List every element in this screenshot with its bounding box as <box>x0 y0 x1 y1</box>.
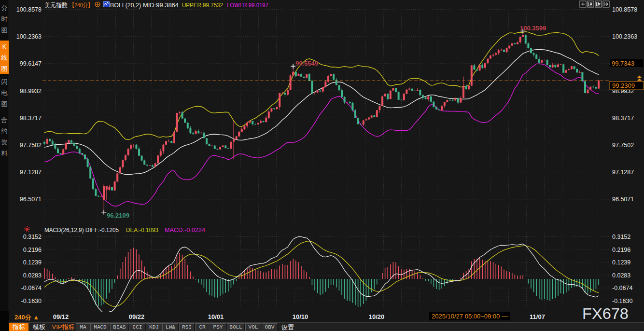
svg-text:98.3717: 98.3717 <box>20 115 42 122</box>
svg-text:-0.0674: -0.0674 <box>612 285 632 291</box>
svg-text:0.2196: 0.2196 <box>612 247 630 253</box>
svg-text:97.7502: 97.7502 <box>20 142 42 149</box>
svg-text:97.1287: 97.1287 <box>20 169 42 176</box>
svg-text:99.6147: 99.6147 <box>20 60 42 67</box>
svg-text:DEA:-0.1093: DEA:-0.1093 <box>126 227 158 234</box>
svg-text:0.1239: 0.1239 <box>23 259 42 266</box>
svg-text:99.2309: 99.2309 <box>612 82 635 89</box>
svg-text:MID:99.3864: MID:99.3864 <box>143 1 179 9</box>
svg-text:100.2363: 100.2363 <box>612 33 637 40</box>
svg-text:0.0283: 0.0283 <box>23 272 42 279</box>
svg-text:0.2196: 0.2196 <box>23 247 42 253</box>
svg-text:-0.1630: -0.1630 <box>612 298 632 304</box>
svg-text:0.3152: 0.3152 <box>23 234 42 240</box>
svg-text:0.3152: 0.3152 <box>612 234 630 240</box>
svg-text:97.1287: 97.1287 <box>612 169 634 176</box>
svg-text:96.5071: 96.5071 <box>20 196 42 203</box>
svg-text:97.7502: 97.7502 <box>612 142 634 149</box>
svg-text:98.3717: 98.3717 <box>612 115 634 122</box>
svg-text:100.2363: 100.2363 <box>16 33 42 40</box>
svg-text:0.1239: 0.1239 <box>612 259 630 266</box>
svg-text:【240分】: 【240分】 <box>70 1 93 9</box>
svg-text:美元指数: 美元指数 <box>44 1 68 9</box>
svg-text:MACD(26,12,9) DIFF:-0.1205: MACD(26,12,9) DIFF:-0.1205 <box>44 227 119 234</box>
svg-text:UPPER:99.7532: UPPER:99.7532 <box>182 1 223 9</box>
svg-text:MACD:-0.0224: MACD:-0.0224 <box>165 227 205 234</box>
svg-text:100.3599: 100.3599 <box>520 25 546 32</box>
svg-text:99.7343: 99.7343 <box>612 60 634 67</box>
svg-text:-0.1630: -0.1630 <box>21 298 42 304</box>
svg-text:LOWER:99.0197: LOWER:99.0197 <box>227 1 268 9</box>
svg-text:BOLL(20,2): BOLL(20,2) <box>110 1 141 9</box>
svg-text:100.8578: 100.8578 <box>16 6 42 13</box>
svg-text:96.2109: 96.2109 <box>107 212 129 219</box>
svg-text:-0.0674: -0.0674 <box>21 285 42 291</box>
svg-text:100.8578: 100.8578 <box>612 6 637 13</box>
svg-text:99.5549: 99.5549 <box>295 60 318 67</box>
svg-text:98.9932: 98.9932 <box>20 88 42 95</box>
svg-text:0.0283: 0.0283 <box>612 272 630 279</box>
svg-text:96.5071: 96.5071 <box>612 196 634 203</box>
